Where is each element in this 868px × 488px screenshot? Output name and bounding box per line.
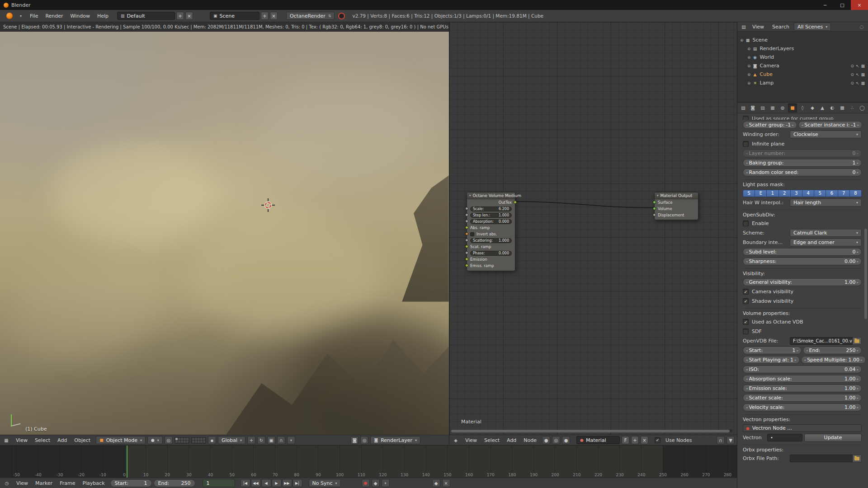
layer-buttons-group-b[interactable] (191, 437, 206, 444)
render-tab[interactable]: ◙ (748, 103, 757, 113)
maximize-button[interactable]: □ (834, 0, 851, 10)
play-button[interactable]: ▶ (272, 479, 282, 487)
shader-type-lamp-icon[interactable]: ● (562, 436, 570, 444)
viewport-menu-add[interactable]: Add (54, 437, 71, 444)
octane-volume-medium-node[interactable]: ▾ Octane Volume Medium OutTex Scale:6.20… (467, 192, 515, 271)
general-visibility-field[interactable]: ◂General visibility:1.00▸ (743, 278, 862, 286)
boundary-inte-dropdown[interactable]: Edge and corner▾ (790, 239, 862, 246)
eye-icon[interactable]: ⊙ (850, 72, 854, 77)
step-len-socket[interactable] (465, 213, 468, 216)
renderlayer-selector[interactable]: ◙ RenderLayer ▾ (370, 436, 420, 444)
close-button[interactable]: × (851, 0, 868, 10)
minimize-button[interactable]: ─ (816, 0, 834, 10)
displacement-socket[interactable] (653, 213, 656, 216)
pivot-center-icon[interactable]: ◎ (165, 436, 173, 444)
outliner-item-renderlayers[interactable]: ⊕▤RenderLayers (737, 44, 868, 53)
outliner-search-menu[interactable]: Search (769, 23, 793, 30)
expand-icon[interactable]: ⊕ (747, 47, 751, 51)
light-pass-button-1[interactable]: 1 (767, 190, 778, 197)
timeline-menu-playback[interactable]: Playback (79, 480, 108, 487)
scatter-scale-field[interactable]: ◂Scatter scale:1.00▸ (743, 394, 862, 402)
winding-order-dropdown[interactable]: Clockwise▾ (790, 131, 862, 138)
expand-icon[interactable]: ⊕ (747, 55, 751, 60)
layer-number-field[interactable]: ◂Layer number:0▸ (743, 150, 862, 157)
iso-field[interactable]: ◂ISO:0.04▸ (743, 366, 862, 373)
node-menu-add[interactable]: Add (503, 437, 520, 444)
collapse-icon[interactable]: ▾ (469, 194, 471, 197)
scene-selector[interactable]: ▣ Scene (210, 12, 259, 20)
scene-tab[interactable]: ▦ (768, 103, 777, 113)
render-toggle-icon[interactable]: ▦ (861, 81, 865, 85)
update-button[interactable]: Update (804, 434, 862, 442)
transform-orientation-selector[interactable]: Global ▾ (218, 436, 245, 444)
menu-window[interactable]: Window (67, 13, 94, 19)
outtex-socket[interactable] (514, 201, 517, 204)
start-playing-at-field[interactable]: ◂Start Playing at:1▸ (743, 356, 800, 364)
outliner-item-cube[interactable]: ⊕▲Cube⊙↖▦ (737, 70, 868, 79)
enable-checkbox[interactable] (743, 221, 749, 226)
new-material-button[interactable]: + (631, 436, 639, 444)
abs-ramp-socket[interactable] (465, 226, 468, 229)
manipulator-rotate-icon[interactable]: ↻ (257, 436, 265, 444)
select-arrow-icon[interactable]: ↖ (856, 64, 859, 68)
shader-type-world-icon[interactable]: ◎ (552, 436, 560, 444)
node-editor-scrollbar[interactable] (451, 430, 732, 432)
open-file-button[interactable] (853, 455, 862, 462)
scattering-socket[interactable] (465, 239, 468, 242)
baking-group-field[interactable]: ◂Baking group:1▸ (743, 159, 862, 167)
manipulator-translate-icon[interactable]: + (247, 436, 255, 444)
eye-icon[interactable]: ⊙ (850, 64, 854, 68)
scale-socket[interactable] (465, 207, 468, 210)
physics-tab[interactable]: ◯ (858, 103, 867, 113)
volume-socket[interactable] (653, 207, 656, 210)
timeline-editor-icon[interactable]: ◷ (3, 479, 11, 487)
delete-scene-button[interactable]: × (270, 12, 278, 20)
viewport-shading-selector[interactable]: ● ▾ (147, 436, 163, 444)
current-frame-cursor[interactable] (127, 446, 127, 478)
expand-icon[interactable]: ⊕ (747, 72, 751, 77)
camera-visibility-checkbox[interactable] (743, 289, 749, 295)
light-pass-button-s[interactable]: S (743, 190, 755, 197)
jump-end-button[interactable]: ▶| (292, 479, 302, 487)
snap-magnet-icon[interactable]: ∩ (277, 436, 285, 444)
prev-keyframe-button[interactable]: ◀◀ (251, 479, 261, 487)
lock-icon[interactable]: ▪ (208, 436, 216, 444)
timeline-track[interactable]: -50-40-30-20-100102030405060708090100110… (0, 446, 737, 478)
keying-options-icon[interactable]: ▾ (382, 479, 390, 487)
random-color-seed-field[interactable]: ◂Random color seed:0▸ (743, 169, 862, 176)
properties-editor-icon[interactable]: ▤ (739, 104, 747, 112)
render-toggle-icon[interactable]: ▦ (861, 64, 865, 68)
constraints-tab[interactable]: ◊ (798, 103, 807, 113)
light-pass-button-2[interactable]: 2 (779, 190, 791, 197)
menu-render[interactable]: Render (42, 13, 66, 19)
properties-scrollbar[interactable] (864, 229, 867, 319)
object-tab[interactable]: ■ (788, 103, 797, 113)
jump-start-button[interactable]: |◀ (241, 479, 250, 487)
add-scene-button[interactable]: + (261, 12, 269, 20)
orbx-file-path-field[interactable] (790, 455, 853, 462)
invert-abs-socket[interactable] (465, 232, 468, 235)
light-pass-button-4[interactable]: 4 (802, 190, 814, 197)
modifiers-tab[interactable]: ◆ (808, 103, 817, 113)
shadow-visibility-checkbox[interactable] (743, 298, 749, 304)
mode-selector[interactable]: ■ Object Mode ▾ (96, 436, 146, 444)
layer-buttons-group-a[interactable] (175, 437, 189, 444)
snap-options-icon[interactable]: ▾ (287, 436, 295, 444)
light-pass-button-5[interactable]: 5 (814, 190, 826, 197)
node-menu-select[interactable]: Select (481, 437, 503, 444)
used-as-octane-vdb-checkbox[interactable] (743, 319, 749, 325)
scatter-group-field[interactable]: ◂Scatter group:-1▸ (743, 121, 797, 129)
opengl-anim-icon[interactable]: ◎ (360, 436, 368, 444)
menu-help[interactable]: Help (94, 13, 112, 19)
render-layers-tab[interactable]: ▤ (758, 103, 767, 113)
viewport-editor-icon[interactable]: ▦ (2, 436, 10, 444)
insert-keyframe-icon[interactable]: ◆ (432, 479, 440, 487)
end-field[interactable]: ◂End:250▸ (803, 347, 862, 354)
outliner-item-lamp[interactable]: ⊕☀Lamp⊙↖▦ (737, 79, 868, 87)
material-datablock-field[interactable]: ● Material (576, 436, 620, 444)
unlink-material-button[interactable]: × (641, 436, 648, 444)
sdf-checkbox[interactable] (743, 328, 749, 334)
viewport-menu-view[interactable]: View (12, 437, 31, 444)
menu-file[interactable]: File (26, 13, 42, 19)
eye-icon[interactable]: ⊙ (850, 81, 854, 85)
